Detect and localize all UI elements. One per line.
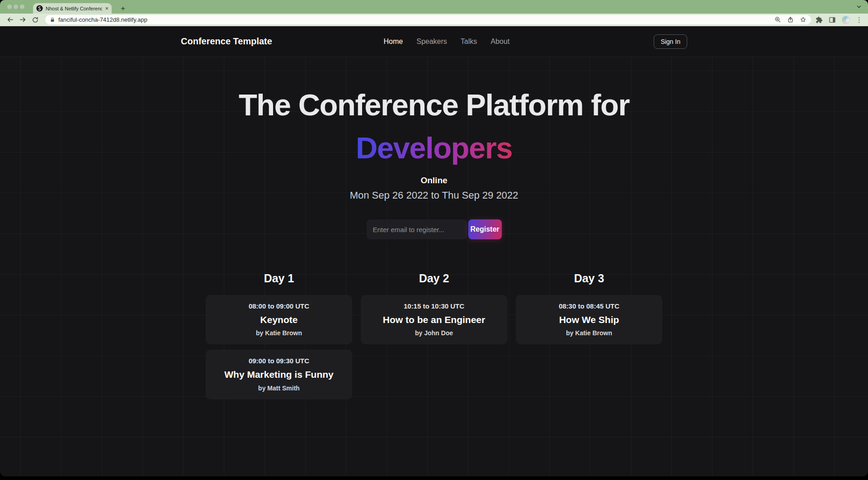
site-favicon-icon xyxy=(36,5,43,12)
zoom-icon[interactable] xyxy=(774,16,781,23)
address-bar[interactable]: fanciful-concha-7412d8.netlify.app xyxy=(45,15,811,24)
talk-title: How We Ship xyxy=(521,314,657,326)
talk-title: How to be an Engineer xyxy=(366,314,502,326)
browser-tab[interactable]: Nhost & Netlify Conference Ap × xyxy=(33,3,112,14)
browser-window: Nhost & Netlify Conference Ap × + xyxy=(0,0,868,476)
reload-icon xyxy=(32,16,39,24)
event-location: Online xyxy=(0,176,868,185)
close-window-button[interactable] xyxy=(7,5,12,9)
day-heading: Day 3 xyxy=(516,272,662,285)
page-content: Conference Template Home Speakers Talks … xyxy=(0,26,868,476)
talk-speaker: by John Doe xyxy=(366,329,502,337)
day-column-1: Day 1 08:00 to 09:00 UTC Keynote by Kati… xyxy=(206,272,352,405)
close-tab-icon[interactable]: × xyxy=(105,5,108,11)
talk-card: 10:15 to 10:30 UTC How to be an Engineer… xyxy=(361,295,507,344)
talk-title: Why Marketing is Funny xyxy=(211,369,347,380)
url-text: fanciful-concha-7412d8.netlify.app xyxy=(58,16,771,23)
nav-link-about[interactable]: About xyxy=(491,38,509,46)
new-tab-button[interactable]: + xyxy=(119,5,127,12)
browser-toolbar: fanciful-concha-7412d8.netlify.app xyxy=(0,14,868,26)
address-bar-actions xyxy=(774,16,807,23)
talk-time: 10:15 to 10:30 UTC xyxy=(366,302,502,310)
event-dates: Mon Sep 26 2022 to Thu Sep 29 2022 xyxy=(0,190,868,201)
sign-in-button[interactable]: Sign In xyxy=(654,34,687,49)
tab-strip: Nhost & Netlify Conference Ap × + xyxy=(0,0,868,14)
toolbar-actions: ⋮ xyxy=(816,16,863,24)
talk-card: 08:30 to 08:45 UTC How We Ship by Katie … xyxy=(516,295,662,344)
day-heading: Day 1 xyxy=(206,272,352,285)
talk-time: 08:30 to 08:45 UTC xyxy=(521,302,657,310)
profile-avatar[interactable] xyxy=(842,16,850,24)
site-navbar: Conference Template Home Speakers Talks … xyxy=(0,26,868,57)
nav-link-talks[interactable]: Talks xyxy=(461,38,477,46)
talk-time: 08:00 to 09:00 UTC xyxy=(211,302,347,310)
maximize-window-button[interactable] xyxy=(20,5,24,9)
bookmark-star-icon[interactable] xyxy=(800,16,807,23)
hero-section: The Conference Platform for Developers O… xyxy=(0,83,868,239)
site-nav: Home Speakers Talks About xyxy=(384,38,510,46)
register-form: Register xyxy=(0,219,868,239)
nav-link-home[interactable]: Home xyxy=(384,38,403,46)
nav-link-speakers[interactable]: Speakers xyxy=(416,38,447,46)
talk-speaker: by Katie Brown xyxy=(211,329,347,337)
hero-title: The Conference Platform for Developers xyxy=(0,83,868,169)
chevron-down-icon[interactable] xyxy=(856,4,862,10)
lock-icon[interactable] xyxy=(50,17,55,23)
reload-button[interactable] xyxy=(30,14,41,25)
email-input[interactable] xyxy=(367,219,467,239)
forward-button[interactable] xyxy=(17,14,28,25)
share-icon[interactable] xyxy=(787,16,794,23)
day-heading: Day 2 xyxy=(361,272,507,285)
register-button[interactable]: Register xyxy=(468,219,502,239)
talk-card: 08:00 to 09:00 UTC Keynote by Katie Brow… xyxy=(206,295,352,344)
hero-title-line2: Developers xyxy=(356,131,512,165)
extensions-puzzle-icon[interactable] xyxy=(816,16,823,24)
window-controls xyxy=(7,5,24,9)
sidebar-panel-icon[interactable] xyxy=(829,16,836,24)
talk-speaker: by Matt Smith xyxy=(211,385,347,392)
minimize-window-button[interactable] xyxy=(14,5,18,9)
hero-title-line1: The Conference Platform for xyxy=(239,88,629,122)
tab-title: Nhost & Netlify Conference Ap xyxy=(46,6,102,11)
talk-card: 09:00 to 09:30 UTC Why Marketing is Funn… xyxy=(206,350,352,399)
forward-arrow-icon xyxy=(19,16,27,24)
browser-menu-icon[interactable]: ⋮ xyxy=(856,16,863,23)
back-button[interactable] xyxy=(5,14,15,25)
talk-title: Keynote xyxy=(211,314,347,326)
site-brand[interactable]: Conference Template xyxy=(181,36,272,47)
day-column-3: Day 3 08:30 to 08:45 UTC How We Ship by … xyxy=(516,272,662,405)
talk-speaker: by Katie Brown xyxy=(521,329,657,337)
talk-time: 09:00 to 09:30 UTC xyxy=(211,357,347,365)
back-arrow-icon xyxy=(6,16,14,24)
schedule-section: Day 1 08:00 to 09:00 UTC Keynote by Kati… xyxy=(206,272,662,405)
day-column-2: Day 2 10:15 to 10:30 UTC How to be an En… xyxy=(361,272,507,405)
